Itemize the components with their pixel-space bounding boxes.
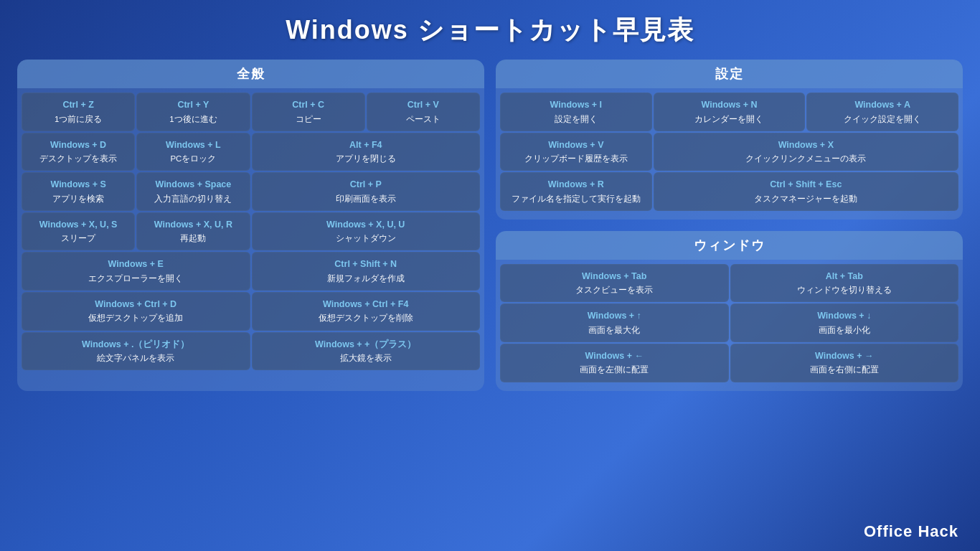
shortcut-desc: 仮想デスクトップを追加 xyxy=(27,312,245,324)
shortcut-key: Windows + Ctrl + F4 xyxy=(257,298,476,311)
shortcut-cell: Ctrl + Cコピー xyxy=(252,93,365,131)
shortcut-desc: 入力言語の切り替え xyxy=(141,193,245,204)
shortcut-cell: Windows + Ctrl + F4仮想デスクトップを削除 xyxy=(252,292,481,331)
shortcut-desc: 1つ前に戻る xyxy=(27,113,130,125)
shortcut-key: Windows + Ctrl + D xyxy=(27,298,245,311)
shortcut-cell: Windows + +（プラス）拡大鏡を表示 xyxy=(252,332,481,371)
shortcut-desc: カレンダーを開く xyxy=(659,113,801,125)
section-window: ウィンドウ Windows + Tabタスクビューを表示Alt + Tabウィン… xyxy=(496,231,963,391)
shortcut-desc: ファイル名を指定して実行を起動 xyxy=(505,193,647,204)
shortcut-desc: 印刷画面を表示 xyxy=(257,193,476,204)
shortcut-key: Ctrl + Z xyxy=(27,99,130,112)
shortcut-desc: ペースト xyxy=(372,113,475,125)
section-general-title: 全般 xyxy=(17,60,484,88)
right-column: 設定 Windows + I設定を開くWindows + Nカレンダーを開くWi… xyxy=(496,60,963,391)
shortcut-desc: デスクトップを表示 xyxy=(27,153,130,164)
shortcut-desc: 1つ後に進む xyxy=(141,113,245,125)
shortcut-cell: Windows + Aクイック設定を開く xyxy=(806,93,958,131)
shortcut-key: Windows + R xyxy=(505,179,647,192)
shortcut-key: Windows + ← xyxy=(505,350,724,363)
shortcut-cell: Ctrl + Shift + Escタスクマネージャーを起動 xyxy=(654,172,958,211)
shortcut-key: Windows + S xyxy=(27,179,130,192)
shortcut-desc: アプリを閉じる xyxy=(257,153,476,164)
shortcut-desc: 仮想デスクトップを削除 xyxy=(257,312,476,324)
shortcut-desc: エクスプローラーを開く xyxy=(27,273,245,284)
shortcut-key: Alt + Tab xyxy=(735,270,954,283)
shortcut-key: Ctrl + V xyxy=(372,99,475,112)
shortcut-desc: タスクビューを表示 xyxy=(505,284,724,296)
shortcut-cell: Windows + Dデスクトップを表示 xyxy=(22,133,135,171)
shortcut-desc: アプリを検索 xyxy=(27,193,130,204)
shortcut-desc: 新規フォルダを作成 xyxy=(257,273,476,284)
shortcut-key: Windows + V xyxy=(505,139,647,152)
shortcut-key: Ctrl + Shift + Esc xyxy=(659,179,953,192)
shortcut-desc: クリップボード履歴を表示 xyxy=(505,153,647,164)
footer-brand: Office Hack xyxy=(864,522,958,541)
page-title: Windows ショートカット早見表 xyxy=(286,13,694,48)
shortcut-cell: Alt + F4アプリを閉じる xyxy=(252,133,481,171)
shortcut-desc: スリープ xyxy=(27,232,130,244)
shortcut-key: Ctrl + Shift + N xyxy=(257,258,476,271)
shortcut-key: Windows + L xyxy=(141,139,245,152)
shortcut-cell: Windows + Rファイル名を指定して実行を起動 xyxy=(500,172,652,211)
shortcut-key: Windows + Space xyxy=(141,179,245,192)
shortcut-cell: Windows + I設定を開く xyxy=(500,93,652,131)
shortcut-cell: Windows + Space入力言語の切り替え xyxy=(136,172,250,211)
shortcut-key: Windows + A xyxy=(811,99,953,112)
shortcut-desc: ウィンドウを切り替える xyxy=(735,284,954,296)
general-grid: Ctrl + Z1つ前に戻るCtrl + Y1つ後に進むCtrl + CコピーC… xyxy=(17,88,484,375)
shortcut-cell: Ctrl + Z1つ前に戻る xyxy=(22,93,135,131)
shortcut-desc: 絵文字パネルを表示 xyxy=(27,352,245,364)
shortcut-desc: クイック設定を開く xyxy=(811,113,953,125)
shortcut-cell: Windows + Eエクスプローラーを開く xyxy=(22,252,250,291)
shortcut-key: Windows + X, U, R xyxy=(141,219,245,232)
shortcut-cell: Ctrl + Y1つ後に進む xyxy=(136,93,250,131)
shortcut-desc: シャットダウン xyxy=(257,232,476,244)
shortcut-cell: Windows + X, U, Uシャットダウン xyxy=(252,212,481,251)
shortcut-cell: Windows + X, U, R再起動 xyxy=(136,212,250,251)
shortcut-cell: Windows + X, U, Sスリープ xyxy=(22,212,135,251)
shortcut-desc: 画面を最小化 xyxy=(735,324,954,336)
shortcut-key: Windows + D xyxy=(27,139,130,152)
shortcut-key: Windows + N xyxy=(659,99,801,112)
settings-grid: Windows + I設定を開くWindows + Nカレンダーを開くWindo… xyxy=(496,88,963,215)
shortcut-desc: 画面を左側に配置 xyxy=(505,364,724,375)
shortcut-cell: Windows + Vクリップボード履歴を表示 xyxy=(500,133,652,171)
section-settings-title: 設定 xyxy=(496,60,963,88)
shortcut-key: Windows + Tab xyxy=(505,270,724,283)
section-window-title: ウィンドウ xyxy=(496,231,963,260)
shortcut-desc: 設定を開く xyxy=(505,113,647,125)
section-general: 全般 Ctrl + Z1つ前に戻るCtrl + Y1つ後に進むCtrl + Cコ… xyxy=(17,60,484,391)
shortcut-cell: Windows + ↓画面を最小化 xyxy=(730,303,959,342)
shortcut-cell: Windows + Ctrl + D仮想デスクトップを追加 xyxy=(22,292,250,331)
shortcut-cell: Windows + ←画面を左側に配置 xyxy=(500,344,729,382)
shortcut-desc: コピー xyxy=(257,113,360,125)
shortcut-key: Ctrl + C xyxy=(257,99,360,112)
shortcut-desc: クイックリンクメニューの表示 xyxy=(659,153,953,164)
shortcut-key: Ctrl + P xyxy=(257,179,476,192)
shortcut-cell: Windows + ↑画面を最大化 xyxy=(500,303,729,342)
shortcut-cell: Windows + Tabタスクビューを表示 xyxy=(500,264,729,303)
shortcut-desc: 画面を右側に配置 xyxy=(735,364,954,375)
shortcut-cell: Windows + Sアプリを検索 xyxy=(22,172,135,211)
shortcut-key: Windows + ↑ xyxy=(505,310,724,323)
shortcut-key: Alt + F4 xyxy=(257,139,476,152)
shortcut-desc: タスクマネージャーを起動 xyxy=(659,193,953,204)
window-grid: Windows + Tabタスクビューを表示Alt + Tabウィンドウを切り替… xyxy=(496,260,963,387)
shortcut-key: Windows + E xyxy=(27,258,245,271)
shortcut-cell: Windows + →画面を右側に配置 xyxy=(730,344,959,382)
shortcut-desc: 拡大鏡を表示 xyxy=(257,352,476,364)
shortcut-cell: Windows + Nカレンダーを開く xyxy=(654,93,806,131)
shortcut-cell: Windows + LPCをロック xyxy=(136,133,250,171)
shortcut-key: Windows + X, U, U xyxy=(257,219,476,232)
shortcut-key: Windows + I xyxy=(505,99,647,112)
shortcut-cell: Ctrl + Shift + N新規フォルダを作成 xyxy=(252,252,481,291)
shortcut-cell: Ctrl + Vペースト xyxy=(367,93,480,131)
shortcut-key: Windows + X xyxy=(659,139,953,152)
shortcut-desc: PCをロック xyxy=(141,153,245,164)
shortcut-key: Ctrl + Y xyxy=(141,99,245,112)
shortcut-cell: Windows + Xクイックリンクメニューの表示 xyxy=(654,133,958,171)
shortcut-key: Windows + → xyxy=(735,350,954,363)
shortcut-desc: 再起動 xyxy=(141,232,245,244)
shortcut-key: Windows + ↓ xyxy=(735,310,954,323)
